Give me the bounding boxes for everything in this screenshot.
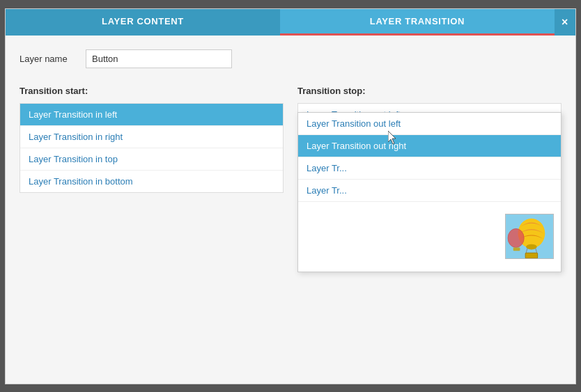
tab-layer-transition[interactable]: LAYER TRANSITION (280, 9, 555, 36)
tab-layer-content[interactable]: LAYER CONTENT (6, 9, 280, 36)
svg-point-2 (526, 244, 537, 250)
modal-container: LAYER CONTENT LAYER TRANSITION × Layer n… (5, 8, 576, 384)
dropdown-item-selected[interactable]: Layer Transition out right (298, 135, 561, 157)
transition-start-column: Transition start: Layer Transition in le… (20, 86, 284, 193)
transition-start-title: Transition start: (20, 86, 284, 96)
layer-name-label: Layer name (20, 54, 75, 64)
svg-rect-8 (513, 247, 520, 251)
list-item[interactable]: Layer Transition in top (20, 148, 283, 171)
list-item[interactable]: Layer Transition in right (20, 126, 283, 148)
preview-image (505, 214, 554, 259)
columns-container: Transition start: Layer Transition in le… (20, 86, 561, 193)
transition-stop-title: Transition stop: (297, 86, 561, 96)
dropdown-item[interactable]: Layer Tr... (298, 157, 561, 180)
svg-rect-5 (525, 253, 537, 258)
layer-name-input[interactable] (86, 49, 232, 68)
dropdown-item[interactable]: Layer Transition out left (298, 113, 561, 135)
layer-name-row: Layer name (20, 49, 561, 68)
preview-area (298, 202, 561, 272)
transition-start-list: Layer Transition in left Layer Transitio… (20, 103, 284, 193)
transition-stop-dropdown: Layer Transition out left Layer Transiti… (297, 112, 561, 272)
close-button[interactable]: × (555, 9, 575, 36)
transition-stop-column: Transition stop: Layer Transition out le… (297, 86, 561, 193)
dropdown-item[interactable]: Layer Tr... (298, 180, 561, 202)
list-item[interactable]: Layer Transition in bottom (20, 171, 283, 192)
list-item[interactable]: Layer Transition in left (20, 104, 283, 126)
modal-header: LAYER CONTENT LAYER TRANSITION × (6, 9, 575, 36)
modal-body: Layer name Transition start: Layer Trans… (6, 36, 575, 384)
